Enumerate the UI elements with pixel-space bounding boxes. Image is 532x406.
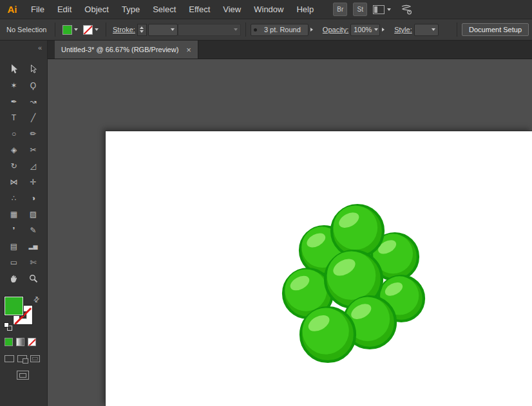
chevron-down-icon[interactable] — [95, 28, 99, 31]
sync-icon[interactable] — [401, 5, 412, 15]
collapse-panel-button[interactable]: « — [38, 44, 42, 51]
default-fill-stroke-icon[interactable] — [4, 322, 13, 331]
opacity-label[interactable]: Opacity: — [323, 26, 348, 33]
fill-color-control[interactable] — [62, 25, 78, 35]
stepper-down-icon[interactable] — [140, 30, 144, 33]
graphic-styles-button[interactable]: St — [353, 3, 367, 16]
variable-width-profile-combo[interactable] — [178, 24, 241, 36]
chevron-down-icon[interactable] — [171, 28, 175, 31]
fill-stroke-indicator: ⇄ — [0, 295, 48, 335]
slice-tool[interactable]: ✄ — [24, 254, 43, 270]
style-label[interactable]: Style: — [394, 26, 412, 33]
fill-swatch-large[interactable] — [5, 297, 23, 315]
chevron-down-icon[interactable] — [432, 28, 435, 31]
selection-status: No Selection — [6, 26, 50, 33]
menu-effect[interactable]: Effect — [182, 0, 216, 19]
arrange-documents-button[interactable] — [373, 5, 391, 14]
draw-behind-button[interactable] — [17, 355, 27, 362]
gradient-mode-button[interactable] — [16, 338, 24, 346]
curvature-tool[interactable]: ↝ — [24, 93, 43, 109]
brush-preview-dot — [254, 28, 257, 32]
zoom-tool[interactable] — [24, 270, 43, 286]
magic-wand-tool[interactable]: ✶ — [5, 77, 24, 93]
menu-window[interactable]: Window — [247, 0, 290, 19]
direct-selection-tool[interactable] — [24, 61, 43, 77]
column-graph-tool[interactable]: ▂▅ — [24, 238, 43, 254]
pen-tool[interactable]: ✒ — [5, 93, 24, 109]
eyedropper-tool[interactable]: ❜ — [5, 222, 24, 238]
fill-color-swatch[interactable] — [62, 25, 72, 35]
artboard[interactable] — [105, 131, 532, 406]
lasso-tool[interactable]: Ϙ — [24, 77, 43, 93]
stroke-weight-combo[interactable] — [148, 24, 178, 36]
separator — [457, 23, 457, 37]
canvas[interactable] — [48, 59, 532, 406]
menu-type[interactable]: Type — [115, 0, 146, 19]
color-mode-button[interactable] — [5, 338, 13, 346]
swap-fill-stroke-icon[interactable]: ⇄ — [32, 295, 42, 305]
menu-object[interactable]: Object — [78, 0, 115, 19]
green-bubble-artwork[interactable] — [106, 131, 532, 406]
scissors-tool[interactable]: ✂ — [24, 142, 43, 158]
chevron-right-icon — [382, 28, 385, 32]
selection-tool[interactable] — [5, 61, 24, 77]
paintbrush-tool[interactable]: ✏ — [24, 125, 43, 142]
ellipse-tool[interactable]: ○ — [5, 125, 24, 142]
stroke-weight-label[interactable]: Stroke: — [113, 26, 135, 33]
shape-builder-tool[interactable]: ◈ — [5, 142, 24, 158]
menu-edit[interactable]: Edit — [51, 0, 78, 19]
screen-mode-button[interactable] — [17, 371, 29, 380]
menu-view[interactable]: View — [216, 0, 247, 19]
chevron-down-icon[interactable] — [74, 28, 78, 31]
artboard-tool[interactable]: ▭ — [5, 254, 24, 270]
appbar-buttons: Br St — [333, 3, 412, 16]
menu-items: FileEditObjectTypeSelectEffectViewWindow… — [24, 0, 320, 19]
menu-select[interactable]: Select — [146, 0, 182, 19]
document-tab[interactable]: Untitled-3* @ 66.67% (RGB/Preview) × — [55, 41, 198, 59]
default-fill-mini — [4, 322, 9, 328]
style-combo[interactable] — [414, 24, 439, 36]
hand-tool[interactable] — [5, 270, 24, 286]
chevron-right-icon — [310, 28, 313, 32]
opacity-combo[interactable]: 100% — [350, 24, 380, 36]
brush-options-arrow[interactable] — [310, 28, 313, 32]
gradient-tool[interactable]: ▨ — [24, 206, 43, 222]
stroke-weight-stepper[interactable] — [137, 24, 147, 36]
line-segment-tool[interactable]: ╱ — [24, 109, 43, 125]
separator — [55, 23, 55, 37]
mesh-tool[interactable]: ▦ — [5, 206, 24, 222]
draw-normal-button[interactable] — [5, 355, 14, 362]
draw-mode-row — [5, 355, 40, 362]
pencil-tool[interactable]: ✎ — [24, 222, 43, 238]
tools-grid: ✶Ϙ✒↝T╱○✏◈✂↻◿⋈✛∴◑▦▨❜✎▤▂▅▭✄ — [5, 61, 43, 286]
paint-mode-row — [5, 338, 36, 346]
opacity-options-arrow[interactable] — [382, 28, 385, 32]
illustrator-window: Ai FileEditObjectTypeSelectEffectViewWin… — [0, 0, 532, 406]
app-logo[interactable]: Ai — [0, 4, 24, 15]
menu-file[interactable]: File — [24, 0, 51, 19]
tab-bar: Untitled-3* @ 66.67% (RGB/Preview) × — [48, 41, 532, 59]
stroke-color-control[interactable] — [83, 25, 99, 35]
width-tool[interactable]: ⋈ — [5, 174, 24, 190]
chevron-down-icon[interactable] — [374, 28, 378, 31]
type-tool[interactable]: T — [5, 109, 24, 125]
tools-panel: « ✶Ϙ✒↝T╱○✏◈✂↻◿⋈✛∴◑▦▨❜✎▤▂▅▭✄ ⇄ — [0, 41, 48, 406]
brush-definition-combo[interactable]: 3 pt. Round — [251, 24, 309, 36]
brushes-button[interactable]: Br — [333, 3, 347, 16]
stroke-none-swatch[interactable] — [83, 25, 93, 35]
menu-help[interactable]: Help — [290, 0, 320, 19]
draw-inside-button[interactable] — [30, 355, 40, 362]
stepper-up-icon[interactable] — [140, 26, 144, 29]
scale-tool[interactable]: ◿ — [24, 158, 43, 174]
opacity-value: 100% — [354, 26, 372, 33]
brush-definition-value: 3 pt. Round — [260, 26, 305, 33]
blend-tool[interactable]: ◑ — [24, 190, 43, 206]
close-icon[interactable]: × — [186, 46, 191, 54]
symbol-sprayer-tool[interactable]: ∴ — [5, 190, 24, 206]
chevron-down-icon — [387, 8, 391, 11]
free-transform-tool[interactable]: ✛ — [24, 174, 43, 190]
perspective-grid-tool[interactable]: ▤ — [5, 238, 24, 254]
document-setup-button[interactable]: Document Setup — [462, 23, 529, 36]
rotate-tool[interactable]: ↻ — [5, 158, 24, 174]
none-mode-button[interactable] — [28, 338, 36, 346]
